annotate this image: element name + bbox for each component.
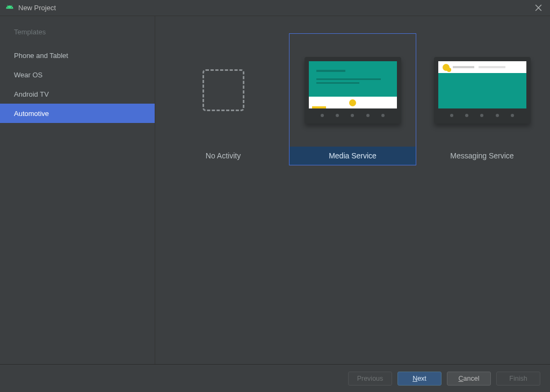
next-button[interactable]: Next bbox=[397, 372, 442, 386]
sidebar-item-label: Android TV bbox=[14, 90, 49, 98]
sidebar-item-label: Automotive bbox=[14, 110, 49, 118]
template-label: No Activity bbox=[160, 147, 286, 165]
footer: Previous Next Cancel Finish bbox=[0, 364, 550, 392]
cancel-button[interactable]: Cancel bbox=[447, 372, 491, 386]
template-thumbnail bbox=[160, 34, 286, 147]
template-no-activity[interactable]: No Activity bbox=[160, 33, 287, 165]
sidebar: Templates Phone and Tablet Wear OS Andro… bbox=[0, 16, 155, 364]
sidebar-item-wear-os[interactable]: Wear OS bbox=[0, 65, 155, 84]
template-messaging-service[interactable]: Messaging Service bbox=[418, 33, 546, 165]
titlebar: New Project bbox=[0, 0, 550, 16]
finish-button[interactable]: Finish bbox=[496, 372, 540, 386]
window-title: New Project bbox=[18, 4, 56, 12]
sidebar-item-phone-tablet[interactable]: Phone and Tablet bbox=[0, 46, 155, 65]
template-thumbnail bbox=[419, 34, 545, 147]
dashed-rect-icon bbox=[202, 69, 244, 111]
previous-button[interactable]: Previous bbox=[348, 372, 392, 386]
sidebar-item-automotive[interactable]: Automotive bbox=[0, 104, 155, 123]
templates-grid: No Activity bbox=[155, 16, 550, 364]
sidebar-item-label: Phone and Tablet bbox=[14, 52, 68, 60]
template-thumbnail bbox=[290, 34, 416, 147]
template-label: Messaging Service bbox=[419, 147, 545, 165]
sidebar-header: Templates bbox=[0, 28, 155, 46]
tablet-mock-icon bbox=[434, 57, 531, 124]
template-label: Media Service bbox=[290, 147, 416, 165]
android-icon bbox=[5, 3, 14, 13]
sidebar-item-android-tv[interactable]: Android TV bbox=[0, 84, 155, 104]
template-media-service[interactable]: Media Service bbox=[289, 33, 416, 165]
close-icon[interactable] bbox=[532, 2, 545, 14]
tablet-mock-icon bbox=[305, 57, 401, 124]
sidebar-item-label: Wear OS bbox=[14, 71, 42, 79]
